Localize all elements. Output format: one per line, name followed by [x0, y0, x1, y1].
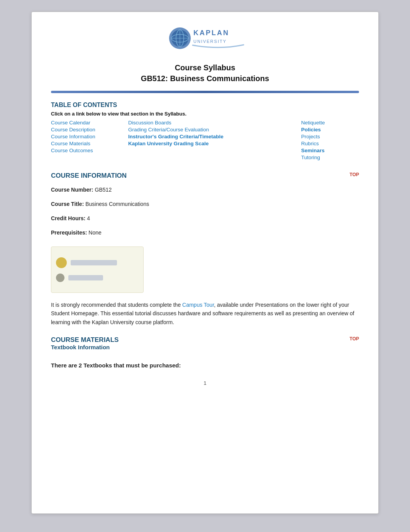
- course-title-item: Course Title: Business Communications: [51, 200, 359, 208]
- toc-link-seminars[interactable]: Seminars: [301, 148, 359, 153]
- toc-columns: Course Calendar Course Description Cours…: [51, 120, 359, 160]
- course-information-section: COURSE INFORMATION TOP Course Number: GB…: [51, 172, 359, 326]
- presentations-icon: [56, 257, 67, 268]
- course-materials-header-row: COURSE MATERIALS Textbook Information TO…: [51, 336, 359, 356]
- presentations-label-bar: [71, 260, 117, 265]
- presentations-image-area: [51, 246, 144, 293]
- toc-link-outcomes[interactable]: Course Outcomes: [51, 148, 128, 153]
- course-info-block: Course Number: GB512 Course Title: Busin…: [51, 186, 359, 237]
- blurred-row-2: [56, 274, 139, 282]
- toc-link-calendar[interactable]: Course Calendar: [51, 120, 128, 126]
- page-title-block: Course Syllabus GB512: Business Communic…: [51, 62, 359, 84]
- course-info-heading: COURSE INFORMATION: [51, 172, 127, 180]
- logo-area: KAPLAN UNIVERSITY: [51, 24, 359, 54]
- textbook-info-subheading: Textbook Information: [51, 344, 119, 350]
- toc-link-information[interactable]: Course Information: [51, 134, 128, 139]
- toc-link-instructors-grading[interactable]: Instructor's Grading Criteria/Timetable: [128, 134, 301, 139]
- toc-link-description[interactable]: Course Description: [51, 127, 128, 133]
- toc-link-projects[interactable]: Projects: [301, 134, 359, 139]
- course-info-top-link[interactable]: TOP: [350, 172, 359, 177]
- toc-col-2: Discussion Boards Grading Criteria/Cours…: [128, 120, 301, 160]
- course-title-value: Business Communications: [85, 201, 149, 207]
- course-materials-heading: COURSE MATERIALS: [51, 336, 119, 344]
- svg-text:KAPLAN: KAPLAN: [193, 29, 229, 37]
- toc-heading: TABLE OF CONTENTS: [51, 102, 359, 109]
- page-number: 1: [203, 380, 206, 386]
- campus-tour-paragraph: It is strongly recommended that students…: [51, 301, 359, 326]
- toc-subtext: Click on a link below to view that secti…: [51, 111, 359, 117]
- course-title-label: Course Title:: [51, 201, 84, 207]
- page-number-area: 1: [51, 380, 359, 386]
- credit-hours-label: Credit Hours:: [51, 215, 85, 221]
- toc-col-3: Netiquette Policies Projects Rubrics Sem…: [301, 120, 359, 160]
- toc-link-grading[interactable]: Grading Criteria/Course Evaluation: [128, 127, 301, 133]
- course-materials-headings: COURSE MATERIALS Textbook Information: [51, 336, 119, 356]
- toc-section: TABLE OF CONTENTS Click on a link below …: [51, 102, 359, 160]
- page-title: Course Syllabus GB512: Business Communic…: [51, 62, 359, 84]
- credit-hours-item: Credit Hours: 4: [51, 214, 359, 223]
- campus-tour-link[interactable]: Campus Tour: [182, 302, 214, 308]
- blurred-row-1: [56, 257, 139, 268]
- course-info-header-row: COURSE INFORMATION TOP: [51, 172, 359, 180]
- textbooks-heading: There are 2 Textbooks that must be purch…: [51, 362, 359, 369]
- kaplan-logo: KAPLAN UNIVERSITY: [163, 24, 247, 54]
- toc-link-kaplan-grading[interactable]: Kaplan University Grading Scale: [128, 141, 301, 146]
- title-line1: Course Syllabus: [175, 63, 235, 72]
- svg-text:UNIVERSITY: UNIVERSITY: [193, 39, 227, 44]
- prerequisites-value: None: [88, 229, 101, 236]
- credit-hours-value: 4: [87, 215, 90, 221]
- toc-link-materials[interactable]: Course Materials: [51, 141, 128, 146]
- course-number-value: GB512: [95, 187, 112, 193]
- title-line2: GB512: Business Communications: [141, 74, 269, 83]
- course-number-label: Course Number:: [51, 187, 93, 193]
- prerequisites-item: Prerequisites: None: [51, 229, 359, 237]
- prerequisites-label: Prerequisites:: [51, 229, 87, 236]
- toc-link-netiquette[interactable]: Netiquette: [301, 120, 359, 126]
- toc-link-rubrics[interactable]: Rubrics: [301, 141, 359, 146]
- blue-divider: [51, 91, 359, 93]
- toc-link-discussion[interactable]: Discussion Boards: [128, 120, 301, 126]
- course-materials-top-link[interactable]: TOP: [350, 336, 359, 342]
- toc-col-1: Course Calendar Course Description Cours…: [51, 120, 128, 160]
- course-materials-section: COURSE MATERIALS Textbook Information TO…: [51, 336, 359, 369]
- toc-link-policies[interactable]: Policies: [301, 127, 359, 133]
- campus-tour-icon: [56, 274, 64, 282]
- page-container: KAPLAN UNIVERSITY Course Syllabus GB512:…: [31, 12, 379, 514]
- course-number-item: Course Number: GB512: [51, 186, 359, 194]
- campus-tour-label-bar: [68, 275, 103, 280]
- toc-link-tutoring[interactable]: Tutoring: [301, 155, 359, 160]
